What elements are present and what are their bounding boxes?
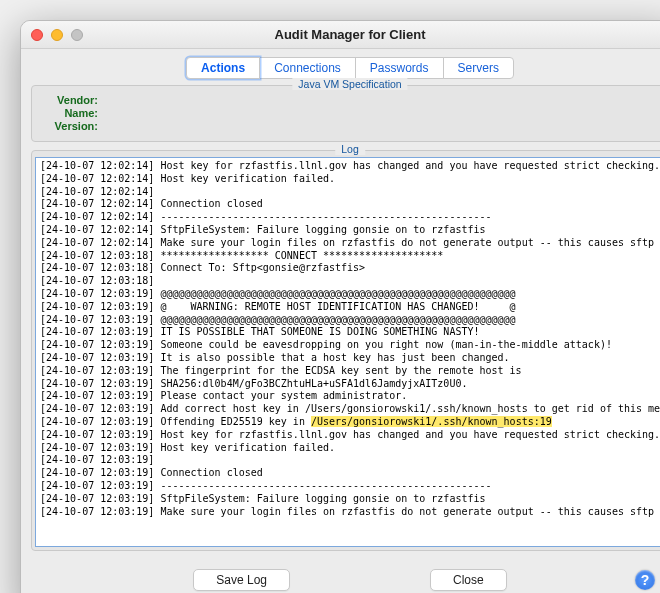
log-group: Log [24-10-07 12:02:14] Host key for rzf…	[31, 150, 660, 551]
log-line: [24-10-07 12:03:19] @@@@@@@@@@@@@@@@@@@@…	[40, 314, 660, 327]
log-line: [24-10-07 12:03:19]	[40, 454, 660, 467]
log-line: [24-10-07 12:03:19] Offending ED25519 ke…	[40, 416, 660, 429]
log-line: [24-10-07 12:03:18]	[40, 275, 660, 288]
java-spec-group: Java VM Specification Vendor: Name: Vers…	[31, 85, 660, 142]
log-line: [24-10-07 12:03:19] Add correct host key…	[40, 403, 660, 416]
log-line: [24-10-07 12:03:19] Host key verificatio…	[40, 442, 660, 455]
save-log-button[interactable]: Save Log	[193, 569, 290, 591]
log-line: [24-10-07 12:03:19] Make sure your login…	[40, 506, 660, 519]
log-line: [24-10-07 12:03:18] ****************** C…	[40, 250, 660, 263]
log-line: [24-10-07 12:03:19] Host key for rzfastf…	[40, 429, 660, 442]
close-window-icon[interactable]	[31, 29, 43, 41]
group-title-spec: Java VM Specification	[292, 78, 407, 90]
log-line: [24-10-07 12:03:19] It is also possible …	[40, 352, 660, 365]
tab-servers[interactable]: Servers	[443, 57, 514, 79]
log-line: [24-10-07 12:02:14] --------------------…	[40, 211, 660, 224]
highlighted-text: /Users/gonsiorowski1/.ssh/known_hosts:19	[311, 416, 552, 427]
log-line: [24-10-07 12:03:19] The fingerprint for …	[40, 365, 660, 378]
close-button[interactable]: Close	[430, 569, 507, 591]
log-line: [24-10-07 12:03:19] --------------------…	[40, 480, 660, 493]
log-line: [24-10-07 12:03:18] Connect To: Sftp<gon…	[40, 262, 660, 275]
log-line: [24-10-07 12:02:14] Make sure your login…	[40, 237, 660, 250]
window-title: Audit Manager for Client	[31, 27, 660, 42]
log-line: [24-10-07 12:02:14] Host key verificatio…	[40, 173, 660, 186]
group-title-log: Log	[335, 143, 365, 155]
tab-passwords[interactable]: Passwords	[355, 57, 444, 79]
log-line: [24-10-07 12:02:14] SftpFileSystem: Fail…	[40, 224, 660, 237]
log-line: [24-10-07 12:03:19] SHA256:dl0b4M/gFo3BC…	[40, 378, 660, 391]
log-line: [24-10-07 12:03:19] SftpFileSystem: Fail…	[40, 493, 660, 506]
log-line: [24-10-07 12:03:19] @ WARNING: REMOTE HO…	[40, 301, 660, 314]
tab-connections[interactable]: Connections	[259, 57, 356, 79]
version-label: Version:	[42, 120, 102, 132]
log-line: [24-10-07 12:03:19] @@@@@@@@@@@@@@@@@@@@…	[40, 288, 660, 301]
log-line: [24-10-07 12:02:14]	[40, 186, 660, 199]
log-line: [24-10-07 12:03:19] Someone could be eav…	[40, 339, 660, 352]
zoom-window-icon	[71, 29, 83, 41]
titlebar: Audit Manager for Client	[21, 21, 660, 49]
log-line: [24-10-07 12:03:19] Please contact your …	[40, 390, 660, 403]
content: Java VM Specification Vendor: Name: Vers…	[21, 85, 660, 593]
name-label: Name:	[42, 107, 102, 119]
minimize-window-icon[interactable]	[51, 29, 63, 41]
window: Audit Manager for Client ActionsConnecti…	[20, 20, 660, 593]
tab-actions[interactable]: Actions	[186, 57, 260, 79]
log-textarea[interactable]: [24-10-07 12:02:14] Host key for rzfastf…	[35, 157, 660, 547]
log-line: [24-10-07 12:03:19] IT IS POSSIBLE THAT …	[40, 326, 660, 339]
traffic-lights	[31, 29, 83, 41]
log-line: [24-10-07 12:02:14] Host key for rzfastf…	[40, 160, 660, 173]
button-row: Save Log Close ?	[31, 559, 660, 591]
vendor-label: Vendor:	[42, 94, 102, 106]
log-line: [24-10-07 12:02:14] Connection closed	[40, 198, 660, 211]
log-line: [24-10-07 12:03:19] Connection closed	[40, 467, 660, 480]
help-icon[interactable]: ?	[635, 570, 655, 590]
